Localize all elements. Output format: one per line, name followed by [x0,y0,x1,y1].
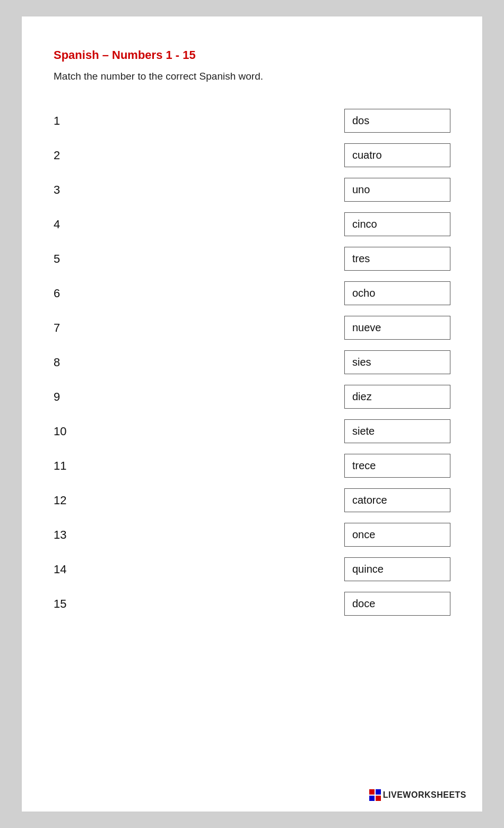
number-9: 9 [54,390,96,404]
number-5: 5 [54,252,96,266]
logo-block-top-right [376,789,381,795]
word-box-13[interactable]: once [344,523,450,547]
brand-name: LIVEWORKSHEETS [383,790,466,800]
word-box-1[interactable]: dos [344,109,450,133]
word-box-8[interactable]: sies [344,350,450,374]
page-title: Spanish – Numbers 1 - 15 [54,48,450,62]
table-row: 6 ocho [54,276,450,310]
number-15: 15 [54,597,96,611]
table-row: 15 doce [54,586,450,621]
number-4: 4 [54,218,96,231]
table-row: 4 cinco [54,207,450,242]
table-row: 1 dos [54,104,450,138]
number-14: 14 [54,563,96,576]
instruction-text: Match the number to the correct Spanish … [54,71,450,82]
word-box-6[interactable]: ocho [344,281,450,305]
table-row: 8 sies [54,345,450,380]
word-box-3[interactable]: uno [344,178,450,202]
brand-logo: LIVEWORKSHEETS [369,789,466,801]
table-row: 11 trece [54,448,450,483]
word-box-12[interactable]: catorce [344,488,450,512]
number-13: 13 [54,528,96,542]
word-box-14[interactable]: quince [344,557,450,581]
table-row: 9 diez [54,380,450,414]
number-3: 3 [54,183,96,197]
table-row: 10 siete [54,414,450,448]
word-box-10[interactable]: siete [344,419,450,443]
logo-block-top-left [369,789,375,795]
word-box-9[interactable]: diez [344,385,450,409]
number-7: 7 [54,321,96,335]
word-box-11[interactable]: trece [344,454,450,478]
number-8: 8 [54,356,96,369]
table-row: 7 nueve [54,310,450,345]
table-row: 13 once [54,518,450,552]
matching-area: 1 dos 2 cuatro 3 uno 4 cinco 5 tres 6 oc… [54,104,450,621]
worksheet-page: Spanish – Numbers 1 - 15 Match the numbe… [21,16,483,812]
word-box-7[interactable]: nueve [344,316,450,340]
logo-blocks-icon [369,789,381,801]
word-box-4[interactable]: cinco [344,212,450,236]
table-row: 3 uno [54,172,450,207]
number-12: 12 [54,494,96,507]
footer: LIVEWORKSHEETS [369,789,466,801]
word-box-5[interactable]: tres [344,247,450,271]
number-10: 10 [54,425,96,438]
number-11: 11 [54,459,96,473]
number-2: 2 [54,149,96,162]
table-row: 5 tres [54,242,450,276]
number-1: 1 [54,114,96,128]
logo-block-bottom-right [376,796,381,801]
table-row: 12 catorce [54,483,450,518]
word-box-15[interactable]: doce [344,592,450,616]
word-box-2[interactable]: cuatro [344,143,450,167]
table-row: 2 cuatro [54,138,450,172]
logo-block-bottom-left [369,796,375,801]
table-row: 14 quince [54,552,450,586]
number-6: 6 [54,287,96,300]
